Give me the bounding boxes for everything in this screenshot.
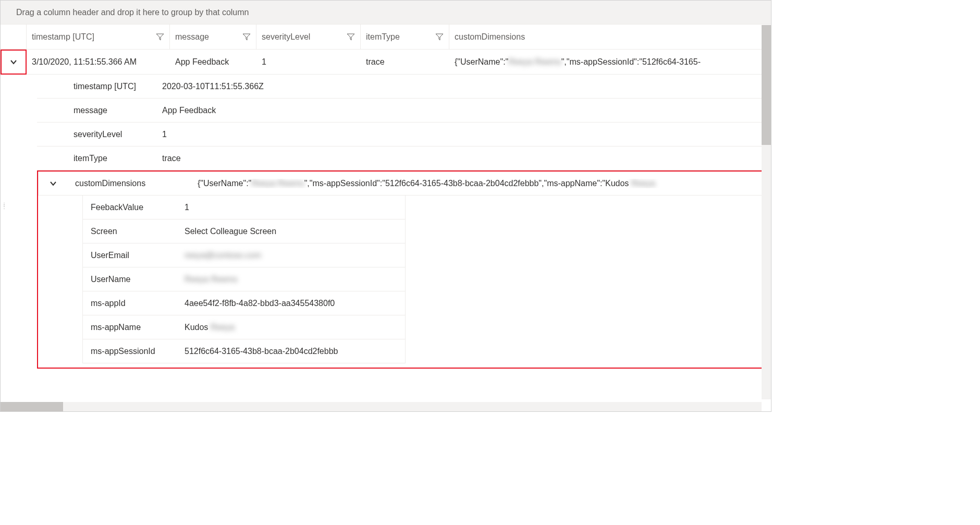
expand-column-header (1, 25, 27, 49)
detail-key: UserEmail (83, 251, 177, 260)
chevron-down-icon (50, 180, 57, 187)
detail-key: severityLevel (37, 130, 160, 139)
detail-key: ms-appName (83, 323, 177, 332)
horizontal-scrollbar[interactable] (1, 402, 762, 411)
detail-value: Kudos Reeya (177, 323, 405, 332)
detail-key: ms-appId (83, 299, 177, 308)
detail-row-severity: severityLevel 1 (37, 123, 771, 146)
filter-icon[interactable] (347, 33, 355, 41)
detail-key: UserName (83, 275, 177, 284)
detail-value: 4aee54f2-f8fb-4a82-bbd3-aa34554380f0 (177, 299, 405, 308)
redacted-text: Reeya Reems (251, 179, 304, 188)
detail-value: 1 (160, 130, 771, 139)
redacted-text: Reeya Reems (177, 275, 405, 284)
redacted-text: Reeya (631, 179, 655, 188)
detail-row-timestamp: timestamp [UTC] 2020-03-10T11:51:55.366Z (37, 75, 771, 99)
detail-key: itemType (37, 154, 160, 163)
detail-key: customDimensions (67, 179, 195, 188)
chevron-down-icon (10, 58, 17, 66)
timestamp-header-label: timestamp [UTC] (32, 32, 94, 42)
itemtype-header-label: itemType (366, 32, 400, 42)
detail-value: 1 (177, 203, 405, 212)
sub-row-feedback: FeebackValue 1 (82, 196, 406, 219)
detail-row-message: message App Feedback (37, 99, 771, 123)
custom-suffix: ","ms-appSessionId":"512f6c64-3165- (561, 57, 701, 67)
vertical-scrollbar-thumb[interactable] (762, 25, 771, 145)
sub-row-appid: ms-appId 4aee54f2-f8fb-4a82-bbd3-aa34554… (82, 291, 406, 315)
custom-header-label: customDimensions (455, 32, 525, 42)
detail-row-customdimensions[interactable]: customDimensions {"UserName":"Reeya Reem… (38, 172, 770, 196)
filter-icon[interactable] (156, 33, 164, 41)
sub-row-appname: ms-appName Kudos Reeya (82, 315, 406, 339)
expand-row-button[interactable] (1, 50, 27, 75)
data-grid: ⋮⋮ Drag a column header and drop it here… (0, 0, 771, 412)
severity-column-header[interactable]: severityLevel (256, 25, 361, 49)
nested-details: FeebackValue 1 Screen Select Colleague S… (38, 196, 770, 363)
itemtype-cell: trace (361, 50, 449, 74)
expand-nested-button[interactable] (39, 180, 67, 187)
detail-value: 512f6c64-3165-43b8-bcaa-2b04cd2febbb (177, 347, 405, 356)
vertical-scrollbar[interactable] (762, 25, 771, 399)
detail-key: ms-appSessionId (83, 347, 177, 356)
redacted-text: Reeya Reems (508, 57, 561, 67)
sub-row-username: UserName Reeya Reems (82, 267, 406, 291)
row-details: timestamp [UTC] 2020-03-10T11:51:55.366Z… (1, 75, 771, 369)
sub-row-screen: Screen Select Colleague Screen (82, 219, 406, 243)
highlighted-detail-section: customDimensions {"UserName":"Reeya Reem… (37, 170, 771, 369)
message-column-header[interactable]: message (170, 25, 256, 49)
detail-value: trace (160, 154, 771, 163)
detail-value: Select Colleague Screen (177, 227, 405, 236)
group-by-hint: Drag a column header and drop it here to… (16, 8, 249, 17)
redacted-text: reeya@contoso.com (177, 251, 405, 260)
drag-handle-icon[interactable]: ⋮⋮ (1, 203, 8, 209)
filter-icon[interactable] (242, 33, 251, 41)
column-header-row: timestamp [UTC] message severityLevel it… (1, 25, 771, 50)
timestamp-column-header[interactable]: timestamp [UTC] (27, 25, 170, 49)
detail-key: Screen (83, 227, 177, 236)
table-row[interactable]: 3/10/2020, 11:51:55.366 AM App Feedback … (1, 50, 771, 75)
detail-row-itemtype: itemType trace (37, 146, 771, 170)
redacted-text: Reeya (211, 323, 235, 332)
detail-value: {"UserName":"Reeya Reems","ms-appSession… (195, 179, 770, 188)
detail-key: timestamp [UTC] (37, 82, 160, 91)
detail-key: message (37, 106, 160, 115)
severity-header-label: severityLevel (262, 32, 310, 42)
detail-key: FeebackValue (83, 203, 177, 212)
detail-value: App Feedback (160, 106, 771, 115)
custom-prefix: {"UserName":" (455, 57, 508, 67)
filter-icon[interactable] (435, 33, 444, 41)
custom-column-header[interactable]: customDimensions (449, 25, 771, 49)
timestamp-cell: 3/10/2020, 11:51:55.366 AM (27, 50, 170, 74)
group-by-bar[interactable]: Drag a column header and drop it here to… (1, 1, 771, 25)
sub-row-appsession: ms-appSessionId 512f6c64-3165-43b8-bcaa-… (82, 339, 406, 363)
message-header-label: message (175, 32, 209, 42)
detail-value: 2020-03-10T11:51:55.366Z (160, 82, 771, 91)
sub-row-useremail: UserEmail reeya@contoso.com (82, 243, 406, 267)
horizontal-scrollbar-thumb[interactable] (1, 402, 63, 411)
severity-cell: 1 (256, 50, 361, 74)
message-cell: App Feedback (170, 50, 256, 74)
custom-cell: {"UserName":"Reeya Reems","ms-appSession… (449, 50, 771, 74)
itemtype-column-header[interactable]: itemType (361, 25, 449, 49)
